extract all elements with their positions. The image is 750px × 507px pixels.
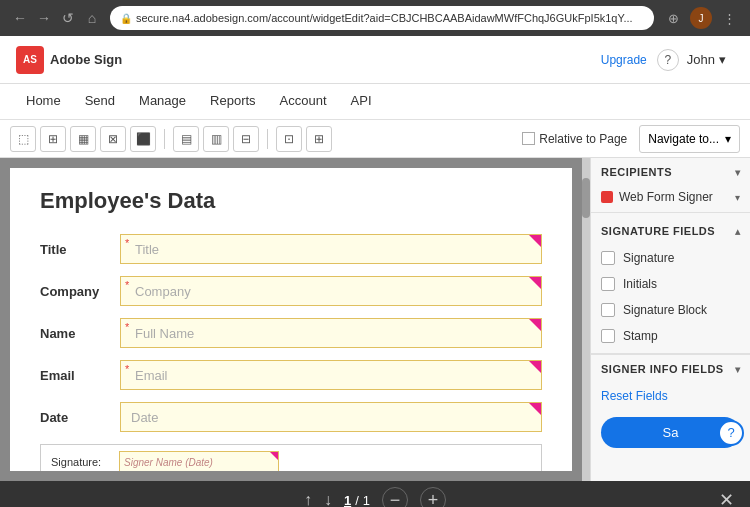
help-button[interactable]: ? bbox=[657, 49, 679, 71]
signature-fields-header[interactable]: Signature Fields ▴ bbox=[591, 217, 750, 245]
content-area: Employee's Data Title * Title Company * … bbox=[0, 158, 590, 481]
form-row-company: Company * Company bbox=[40, 276, 542, 306]
recipient-expand-icon[interactable]: ▾ bbox=[735, 192, 740, 203]
sig-block-signature-row: Signature: Signer Name (Date) bbox=[51, 451, 531, 471]
user-name: John bbox=[687, 52, 715, 67]
signer-info-label: Signer Info Fields bbox=[601, 363, 724, 375]
close-button[interactable]: ✕ bbox=[719, 489, 734, 507]
toolbar-btn-10[interactable]: ⊞ bbox=[306, 126, 332, 152]
doc-title: Employee's Data bbox=[40, 188, 542, 214]
page-separator: / bbox=[355, 493, 359, 508]
relative-to-page[interactable]: Relative to Page bbox=[522, 132, 627, 146]
sig-field-item-signature-block[interactable]: Signature Block bbox=[591, 297, 750, 323]
nav-api[interactable]: API bbox=[341, 84, 382, 120]
nav-home[interactable]: Home bbox=[16, 84, 71, 120]
sig-corner-marker bbox=[270, 452, 278, 460]
scroll-track[interactable] bbox=[582, 158, 590, 481]
toolbar-btn-7[interactable]: ▥ bbox=[203, 126, 229, 152]
corner-marker-company bbox=[529, 277, 541, 289]
placeholder-email: Email bbox=[135, 368, 168, 383]
toolbar: ⬚ ⊞ ▦ ⊠ ⬛ ▤ ▥ ⊟ ⊡ ⊞ Relative to Page Nav… bbox=[0, 120, 750, 158]
address-bar[interactable]: 🔒 secure.na4.adobesign.com/account/widge… bbox=[110, 6, 654, 30]
field-email[interactable]: * Email bbox=[120, 360, 542, 390]
forward-button[interactable]: → bbox=[34, 8, 54, 28]
zoom-out-button[interactable]: − bbox=[382, 487, 408, 507]
signature-field-icon bbox=[601, 251, 615, 265]
browser-chrome: ← → ↺ ⌂ 🔒 secure.na4.adobesign.com/accou… bbox=[0, 0, 750, 36]
signature-fields-section: Signature Fields ▴ Signature Initials Si… bbox=[591, 213, 750, 354]
help-circle-button[interactable]: ? bbox=[718, 420, 744, 446]
save-label: Sa bbox=[663, 425, 679, 440]
document-page: Employee's Data Title * Title Company * … bbox=[10, 168, 572, 471]
main-layout: Employee's Data Title * Title Company * … bbox=[0, 158, 750, 481]
avatar: J bbox=[690, 7, 712, 29]
toolbar-btn-1[interactable]: ⬚ bbox=[10, 126, 36, 152]
field-title[interactable]: * Title bbox=[120, 234, 542, 264]
label-email: Email bbox=[40, 368, 120, 383]
app-logo: AS Adobe Sign bbox=[16, 46, 122, 74]
signature-field-label: Signature bbox=[623, 251, 674, 265]
navigate-label: Navigate to... bbox=[648, 132, 719, 146]
toolbar-btn-2[interactable]: ⊞ bbox=[40, 126, 66, 152]
toolbar-btn-5[interactable]: ⬛ bbox=[130, 126, 156, 152]
lock-icon: 🔒 bbox=[120, 13, 132, 24]
page-indicator: 1 / 1 bbox=[344, 493, 370, 508]
nav-manage[interactable]: Manage bbox=[129, 84, 196, 120]
profile-button[interactable]: J bbox=[690, 7, 712, 29]
bottom-toolbar: ↑ ↓ 1 / 1 − + ✕ bbox=[0, 481, 750, 507]
sig-placeholder: Signer Name (Date) bbox=[124, 457, 213, 468]
sig-field-item-stamp[interactable]: Stamp bbox=[591, 323, 750, 349]
sig-field-item-initials[interactable]: Initials bbox=[591, 271, 750, 297]
app-header: AS Adobe Sign Upgrade ? John ▾ bbox=[0, 36, 750, 84]
sig-field-item-signature[interactable]: Signature bbox=[591, 245, 750, 271]
signature-block-field-icon bbox=[601, 303, 615, 317]
navigate-dropdown[interactable]: Navigate to... ▾ bbox=[639, 125, 740, 153]
required-star-email: * bbox=[125, 363, 129, 375]
toolbar-btn-8[interactable]: ⊟ bbox=[233, 126, 259, 152]
label-name: Name bbox=[40, 326, 120, 341]
home-button[interactable]: ⌂ bbox=[82, 8, 102, 28]
toolbar-btn-6[interactable]: ▤ bbox=[173, 126, 199, 152]
nav-reports[interactable]: Reports bbox=[200, 84, 266, 120]
recipient-name: Web Form Signer bbox=[619, 190, 729, 204]
reset-fields-link[interactable]: Reset Fields bbox=[591, 383, 750, 409]
signer-info-header[interactable]: Signer Info Fields ▾ bbox=[591, 354, 750, 383]
field-date[interactable]: Date bbox=[120, 402, 542, 432]
nav-send[interactable]: Send bbox=[75, 84, 125, 120]
field-company[interactable]: * Company bbox=[120, 276, 542, 306]
url-text: secure.na4.adobesign.com/account/widgetE… bbox=[136, 12, 644, 24]
required-star-name: * bbox=[125, 321, 129, 333]
recipients-section: RECIPIENTS ▾ Web Form Signer ▾ bbox=[591, 158, 750, 213]
user-chevron-icon: ▾ bbox=[719, 52, 726, 67]
placeholder-company: Company bbox=[135, 284, 191, 299]
upgrade-button[interactable]: Upgrade bbox=[601, 53, 647, 67]
next-page-button[interactable]: ↓ bbox=[324, 491, 332, 507]
signature-block-area: Signature: Signer Name (Date) Email: bbox=[40, 444, 542, 471]
recipients-header[interactable]: RECIPIENTS ▾ bbox=[591, 158, 750, 186]
stamp-field-label: Stamp bbox=[623, 329, 658, 343]
toolbar-btn-4[interactable]: ⊠ bbox=[100, 126, 126, 152]
scroll-thumb[interactable] bbox=[582, 178, 590, 218]
browser-actions: ⊕ J ⋮ bbox=[662, 7, 740, 29]
toolbar-btn-9[interactable]: ⊡ bbox=[276, 126, 302, 152]
zoom-in-button[interactable]: + bbox=[420, 487, 446, 507]
navigate-chevron-icon: ▾ bbox=[725, 132, 731, 146]
prev-page-button[interactable]: ↑ bbox=[304, 491, 312, 507]
nav-account[interactable]: Account bbox=[270, 84, 337, 120]
corner-marker-title bbox=[529, 235, 541, 247]
field-name[interactable]: * Full Name bbox=[120, 318, 542, 348]
menu-button[interactable]: ⋮ bbox=[718, 7, 740, 29]
rtp-checkbox[interactable] bbox=[522, 132, 535, 145]
back-button[interactable]: ← bbox=[10, 8, 30, 28]
user-menu-button[interactable]: John ▾ bbox=[679, 48, 734, 71]
logo-box: AS bbox=[16, 46, 44, 74]
sig-field-signature[interactable]: Signer Name (Date) bbox=[119, 451, 279, 471]
required-star-title: * bbox=[125, 237, 129, 249]
toolbar-divider-1 bbox=[164, 129, 165, 149]
toolbar-btn-3[interactable]: ▦ bbox=[70, 126, 96, 152]
recipients-header-label: RECIPIENTS bbox=[601, 166, 672, 178]
form-row-title: Title * Title bbox=[40, 234, 542, 264]
extensions-button[interactable]: ⊕ bbox=[662, 7, 684, 29]
reload-button[interactable]: ↺ bbox=[58, 8, 78, 28]
label-date: Date bbox=[40, 410, 120, 425]
